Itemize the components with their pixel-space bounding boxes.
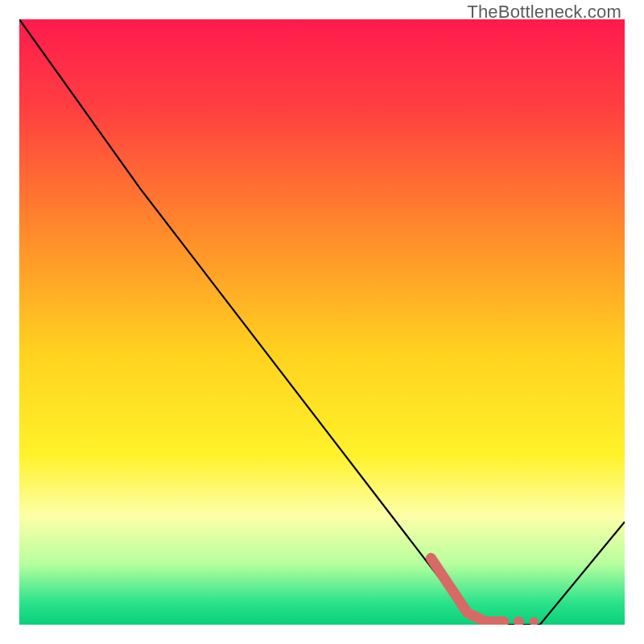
gradient-background <box>19 19 625 625</box>
chart-frame: TheBottleneck.com <box>0 0 644 644</box>
chart-svg <box>19 19 625 625</box>
plot-area <box>19 19 625 625</box>
